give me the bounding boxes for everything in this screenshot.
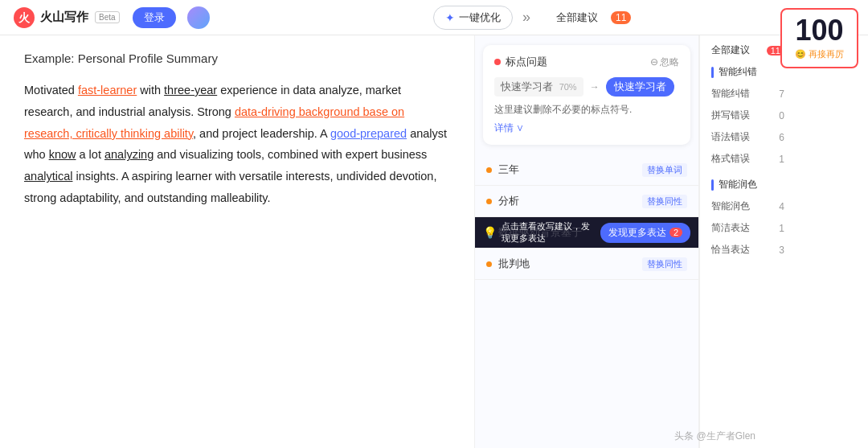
score-emoji: 😊 [795,49,806,60]
replace-tag-3: 替换同性 [642,257,687,271]
header: 火 火山写作 Beta 登录 ✦ 一键优化 » 全部建议 11 [0,0,868,35]
spelling-item[interactable]: 拼写错误 0 [711,105,784,126]
more-button[interactable]: » [522,9,530,26]
small-text-0: 三年 [498,162,637,177]
card-description: 这里建议删除不必要的标点符号. [494,103,679,117]
card-dot [494,59,501,65]
smart-correction-item-label: 智能纠错 [711,87,750,101]
format-item[interactable]: 格式错误 1 [711,148,784,170]
small-text-3: 批判地 [498,257,637,271]
word-original: 快速学习者 70% [494,77,583,97]
optimize-icon: ✦ [445,11,455,24]
right-sidebar: 全部建议 11 智能纠错 智能纠错 7 拼写错误 0 语法错误 6 格式错误 1… [699,35,796,448]
small-text-1: 分析 [498,194,637,208]
ignore-icon: ⊖ [650,56,658,68]
smart-tone-count: 4 [779,201,784,212]
logo-icon: 火 [13,6,35,29]
logo-area: 火 火山写作 Beta 登录 [13,6,210,29]
ignore-label: 忽略 [660,55,679,69]
suggestion-item-0[interactable]: 三年 替换单词 [475,154,698,186]
spelling-count: 0 [779,110,784,121]
watermark: 头条 @生产者Glen [674,430,755,443]
suggestions-label: 全部建议 [556,10,598,25]
proper-item[interactable]: 恰当表达 3 [711,239,784,261]
main-layout: Example: Personal Profile Summary Motiva… [0,35,868,448]
grammar-item[interactable]: 语法错误 6 [711,126,784,148]
grammar-count: 6 [779,132,784,143]
original-word-percent: 70% [559,82,577,92]
word-suggested[interactable]: 快速学习者 [606,77,674,97]
proper-label: 恰当表达 [711,243,750,257]
smart-correction-label: 智能纠错 [719,65,757,79]
beta-badge: Beta [95,11,120,23]
tooltip-text: 点击查看改写建议，发现更多表达 [502,220,596,245]
card-detail-button[interactable]: 详情 ∨ [494,121,679,135]
discover-count: 2 [669,228,682,237]
suggestion-item-1[interactable]: 分析 替换同性 [475,186,698,217]
document-body: Motivated fast-learner with three-year e… [24,80,450,209]
header-center: ✦ 一键优化 » 全部建议 11 [210,6,855,30]
score-number: 100 [795,16,844,45]
blue-indicator-1 [711,67,714,78]
concise-count: 1 [779,223,784,234]
format-count: 1 [779,154,784,165]
smart-tone-item-label: 智能润色 [711,199,750,213]
smart-tone-header: 智能润色 [711,178,784,191]
tooltip-bulb-icon: 💡 [483,226,497,239]
score-sub: 😊 再接再厉 [795,48,844,60]
highlight-good-prepared: good-prepared [330,127,407,140]
avatar-button[interactable] [187,6,210,29]
suggestion-card-main: 标点问题 ⊖ 忽略 快速学习者 70% → 快速学习者 这里建议删除不必要的标点… [483,45,690,145]
smart-correction-header: 智能纠错 [711,65,784,79]
small-dot-3 [486,261,492,267]
proper-count: 3 [779,245,784,256]
concise-item[interactable]: 简洁表达 1 [711,217,784,239]
score-sub-label: 再接再厉 [809,48,844,60]
left-content: Example: Personal Profile Summary Motiva… [0,35,474,448]
highlight-know: know [49,148,76,161]
spelling-label: 拼写错误 [711,109,750,122]
smart-correction-count: 7 [779,88,784,100]
optimize-button[interactable]: ✦ 一键优化 [433,6,513,30]
smart-tone-label: 智能润色 [719,178,757,191]
card-title-text: 标点问题 [506,55,547,69]
document-title: Example: Personal Profile Summary [24,51,450,65]
word-arrow: → [590,81,600,92]
small-dot-1 [486,199,492,204]
card-title: 标点问题 [494,55,547,69]
optimize-label: 一键优化 [459,10,501,25]
card-header: 标点问题 ⊖ 忽略 [494,55,679,69]
discover-button[interactable]: 发现更多表达 2 [600,223,690,243]
discover-btn-label: 发现更多表达 [608,226,666,240]
highlight-three-year: three-year [164,84,217,97]
ignore-button[interactable]: ⊖ 忽略 [650,55,679,69]
smart-tone-item[interactable]: 智能润色 4 [711,195,784,217]
highlight-analyzing: analyzing [104,148,154,161]
all-suggestions-header: 全部建议 11 [711,43,784,57]
suggestion-item-2[interactable]: 数据驱动背景基于 替换 💡 点击查看改写建议，发现更多表达 发现更多表达 2 [475,217,698,249]
app-name: 火山写作 [40,10,88,25]
blue-indicator-2 [711,179,714,191]
original-word-text: 快速学习者 [501,80,553,92]
format-label: 格式错误 [711,152,750,166]
login-button[interactable]: 登录 [133,7,176,28]
grammar-label: 语法错误 [711,130,750,144]
word-comparison: 快速学习者 70% → 快速学习者 [494,77,679,97]
middle-panel: 标点问题 ⊖ 忽略 快速学习者 70% → 快速学习者 这里建议删除不必要的标点… [474,35,699,448]
all-suggestions-label: 全部建议 [711,43,750,57]
highlight-fast-learner: fast-learner [78,84,137,97]
smart-correction-item[interactable]: 智能纠错 7 [711,83,784,105]
small-dot-0 [486,167,492,173]
score-box: 100 😊 再接再厉 [780,8,858,68]
suggestion-item-3[interactable]: 批判地 替换同性 [475,249,698,280]
concise-label: 简洁表达 [711,221,750,235]
replace-tag-1: 替换同性 [642,195,687,208]
replace-tag-0: 替换单词 [642,163,687,177]
highlight-analytical: analytical [24,170,72,183]
svg-text:火: 火 [18,11,31,24]
suggestions-count-header: 11 [611,11,631,24]
